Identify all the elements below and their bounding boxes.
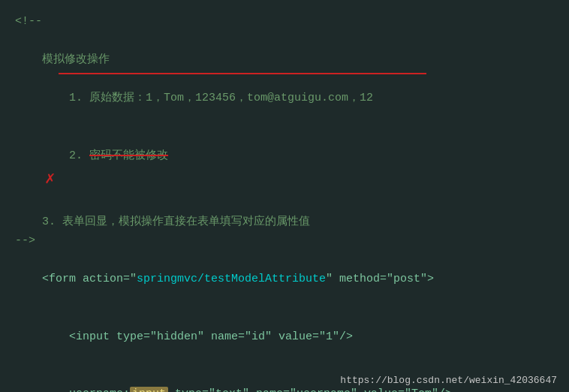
line-item2: 2. 密码不能被修改 ✗ [15, 127, 554, 213]
line-item3: 3. 表单回显，模拟操作直接在表单填写对应的属性值 [15, 213, 554, 232]
line-form-open: <form action="springmvc/testModelAttribu… [15, 251, 554, 309]
line-blank-1 [15, 32, 554, 51]
line-input-hidden: <input type="hidden" name="id" value="1"… [15, 308, 554, 366]
x-mark-icon: ✗ [45, 170, 55, 188]
footer-url: https://blog.csdn.net/weixin_42036647 [340, 375, 557, 386]
strikethrough-line [59, 73, 426, 74]
line-comment-close: --> [15, 231, 554, 251]
line-item1: 1. 原始数据：1，Tom，123456，tom@atguigu.com，12 [15, 70, 554, 128]
line-comment-open: <!-- [15, 12, 554, 32]
code-block: <!-- 模拟修改操作 1. 原始数据：1，Tom，123456，tom@atg… [0, 0, 569, 392]
line-title: 模拟修改操作 [15, 50, 554, 70]
